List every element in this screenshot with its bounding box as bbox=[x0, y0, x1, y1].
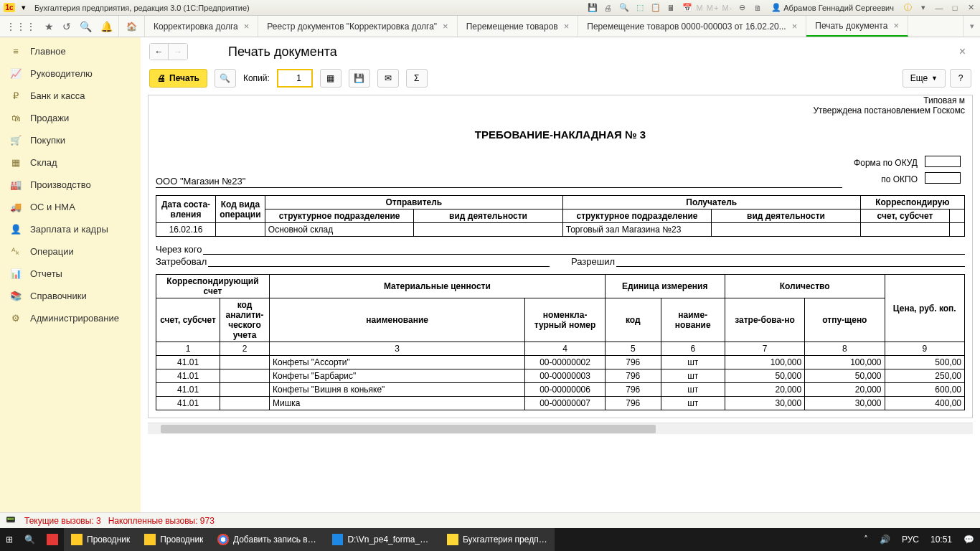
sidebar-item[interactable]: ▦Склад bbox=[0, 151, 141, 174]
history-icon[interactable]: ↺ bbox=[62, 21, 71, 32]
sidebar-icon: 📈 bbox=[10, 68, 22, 79]
save-button[interactable]: 💾 bbox=[349, 69, 370, 88]
sidebar-item[interactable]: 📈Руководителю bbox=[0, 62, 141, 85]
info-icon[interactable]: ⓘ bbox=[901, 1, 914, 14]
sidebar-label: Отчеты bbox=[30, 268, 62, 279]
status-current-calls: Текущие вызовы: 3 bbox=[24, 516, 101, 526]
chevron-down-icon: ▼ bbox=[931, 75, 938, 82]
info-dropdown-icon[interactable]: ▾ bbox=[917, 1, 930, 14]
close-window-icon[interactable]: ✕ bbox=[964, 1, 977, 14]
sidebar-label: Операции bbox=[30, 246, 74, 257]
tray-volume-icon[interactable]: 🔊 bbox=[874, 528, 896, 551]
nav-back-button[interactable]: ← bbox=[150, 44, 169, 60]
zoom-in-icon[interactable]: 🗎 bbox=[751, 1, 764, 14]
minimize-icon[interactable]: — bbox=[933, 1, 946, 14]
user-label[interactable]: 👤Абрамов Геннадий Сергеевич bbox=[771, 3, 894, 12]
copies-label: Копий: bbox=[243, 73, 270, 83]
sidebar-label: Продажи bbox=[30, 113, 69, 123]
maximize-icon[interactable]: □ bbox=[948, 1, 961, 14]
taskbar-app-icon bbox=[71, 534, 83, 545]
search-taskbar-icon[interactable]: 🔍 bbox=[19, 528, 41, 551]
sidebar-item[interactable]: 🛍Продажи bbox=[0, 107, 141, 129]
pinned-app[interactable] bbox=[41, 528, 64, 551]
document-tab[interactable]: Корректировка долга× bbox=[145, 16, 258, 37]
sidebar-item[interactable]: 📚Справочники bbox=[0, 285, 141, 307]
sidebar-label: ОС и НМА bbox=[30, 202, 75, 212]
help-button[interactable]: ? bbox=[950, 69, 971, 88]
document-tab[interactable]: Перемещение товаров× bbox=[458, 16, 579, 37]
start-button[interactable]: ⊞ bbox=[0, 528, 19, 551]
tab-close-icon[interactable]: × bbox=[564, 21, 570, 32]
more-button[interactable]: Еще ▼ bbox=[903, 69, 946, 88]
memory-indicators: M M+ M- bbox=[697, 4, 733, 12]
sidebar-icon: 👤 bbox=[10, 224, 22, 235]
home-tab[interactable]: 🏠 bbox=[119, 16, 145, 37]
tab-close-icon[interactable]: × bbox=[792, 21, 798, 32]
search-tab-icon[interactable]: 🔍 bbox=[80, 21, 92, 32]
content-area: ← → Печать документа × 🖨 Печать 🔍 Копий:… bbox=[141, 37, 980, 512]
taskbar-app-label: Проводник bbox=[160, 534, 203, 545]
clipboard-icon[interactable]: 📋 bbox=[649, 1, 662, 14]
email-button[interactable]: ✉ bbox=[377, 69, 399, 88]
envelope-icon: ✉ bbox=[385, 73, 392, 83]
close-content-icon[interactable]: × bbox=[959, 45, 966, 58]
taskbar-app[interactable]: Проводник bbox=[137, 528, 210, 551]
save-icon[interactable]: 💾 bbox=[586, 1, 599, 14]
document-tab[interactable]: Печать документа× bbox=[806, 16, 908, 37]
apps-icon[interactable]: ⋮⋮⋮ bbox=[6, 21, 36, 32]
sidebar-item[interactable]: ₽Банк и касса bbox=[0, 85, 141, 107]
tab-close-icon[interactable]: × bbox=[244, 21, 250, 32]
print-button[interactable]: 🖨 Печать bbox=[149, 69, 207, 88]
taskbar-app-label: Проводник bbox=[87, 534, 130, 545]
template-button[interactable]: ▦ bbox=[320, 69, 341, 88]
status-icon: 📟 bbox=[6, 515, 17, 527]
tabs-overflow-icon[interactable]: ▾ bbox=[963, 16, 980, 37]
windows-taskbar: ⊞ 🔍 ПроводникПроводникДобавить запись в … bbox=[0, 528, 980, 551]
document-tab[interactable]: Реестр документов "Корректировка долга"× bbox=[258, 16, 457, 37]
sidebar-item[interactable]: ⚙Администрирование bbox=[0, 307, 141, 329]
sidebar-item[interactable]: ≡Главное bbox=[0, 40, 141, 62]
tab-close-icon[interactable]: × bbox=[893, 20, 899, 31]
sidebar-item[interactable]: 👤Зарплата и кадры bbox=[0, 218, 141, 240]
sidebar-item[interactable]: 🚚ОС и НМА bbox=[0, 196, 141, 218]
favorite-icon[interactable]: ★ bbox=[44, 21, 54, 32]
sidebar-icon: 🛍 bbox=[10, 113, 22, 123]
preview-button[interactable]: 🔍 bbox=[215, 69, 236, 88]
sidebar-icon: 🛒 bbox=[10, 135, 22, 146]
tray-time[interactable]: 10:51 bbox=[925, 528, 958, 551]
sidebar-item[interactable]: 📊Отчеты bbox=[0, 263, 141, 285]
copies-input[interactable] bbox=[277, 69, 313, 88]
tray-up-icon[interactable]: ˄ bbox=[858, 528, 874, 551]
window-title: Бухгалтерия предприятия, редакция 3.0 (1… bbox=[34, 4, 586, 12]
compare-icon[interactable]: ⬚ bbox=[633, 1, 646, 14]
organization-name: ООО "Магазин №23" bbox=[156, 176, 842, 188]
calendar-icon[interactable]: 📅 bbox=[681, 1, 694, 14]
nav-forward-button[interactable]: → bbox=[169, 44, 187, 60]
taskbar-app[interactable]: D:\Vn_pe4_forma_M1... bbox=[325, 528, 440, 551]
calc-icon[interactable]: 🖩 bbox=[665, 1, 678, 14]
document-tab[interactable]: Перемещение товаров 0000-000003 от 16.02… bbox=[578, 16, 806, 37]
taskbar-app-icon bbox=[144, 534, 156, 545]
sidebar-icon: 📚 bbox=[10, 291, 22, 301]
dropdown-icon[interactable]: ▾ bbox=[17, 1, 30, 14]
tray-notifications-icon[interactable]: 💬 bbox=[958, 528, 980, 551]
sidebar-label: Склад bbox=[30, 157, 57, 168]
document-viewport[interactable]: Типовая м Утверждена постановлением Госк… bbox=[141, 93, 980, 512]
sidebar-item[interactable]: ᴬₖОперации bbox=[0, 240, 141, 263]
preview-icon[interactable]: 🔍 bbox=[618, 1, 631, 14]
taskbar-app[interactable]: Добавить запись в к... bbox=[210, 528, 325, 551]
tray-lang[interactable]: РУС bbox=[896, 528, 925, 551]
horizontal-scrollbar[interactable] bbox=[148, 423, 973, 434]
print-icon[interactable]: 🖨 bbox=[602, 1, 615, 14]
tab-label: Печать документа bbox=[815, 21, 887, 31]
sigma-icon: Σ bbox=[414, 73, 419, 83]
sidebar-item[interactable]: 🏭Производство bbox=[0, 174, 141, 196]
sum-button[interactable]: Σ bbox=[406, 69, 428, 88]
taskbar-app[interactable]: Бухгалтерия предпр... bbox=[440, 528, 555, 551]
taskbar-app[interactable]: Проводник bbox=[64, 528, 137, 551]
signature-lines: Через кого Затребовал Разрешил bbox=[156, 244, 965, 267]
sidebar-item[interactable]: 🛒Покупки bbox=[0, 129, 141, 151]
zoom-out-icon[interactable]: ⊖ bbox=[735, 1, 748, 14]
notify-icon[interactable]: 🔔 bbox=[100, 21, 113, 32]
tab-close-icon[interactable]: × bbox=[443, 21, 448, 32]
